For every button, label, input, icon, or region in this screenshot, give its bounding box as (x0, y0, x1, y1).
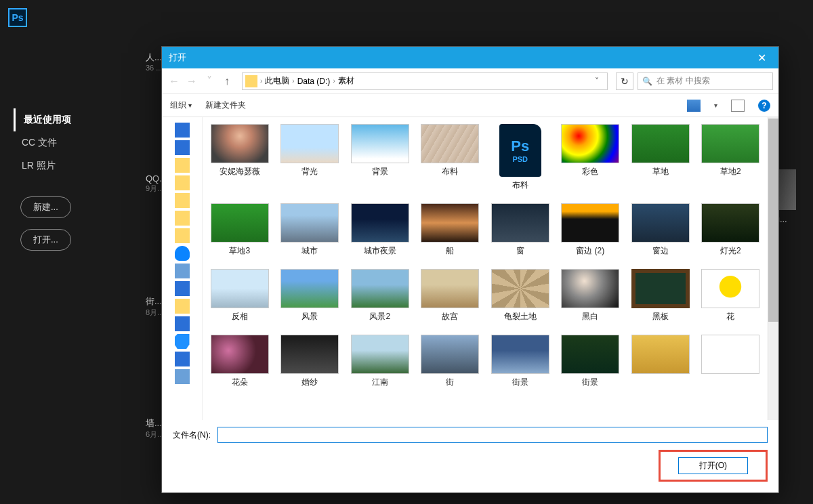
file-item[interactable]: 街 (417, 335, 484, 388)
nav-forward-icon[interactable]: → (185, 75, 199, 88)
app-logo-icon: Ps (8, 8, 27, 27)
file-item[interactable]: 故宫 (417, 269, 484, 322)
file-item[interactable]: 城市夜景 (347, 203, 413, 257)
file-item[interactable]: 风景2 (347, 269, 413, 322)
file-item[interactable]: 窗 (487, 203, 554, 257)
file-item[interactable]: 草地3 (207, 203, 273, 257)
tree-folder-icon[interactable] (175, 228, 190, 243)
tree-thispc-icon[interactable] (175, 264, 190, 278)
file-label: 背景 (372, 166, 388, 177)
file-item[interactable]: 城市 (277, 203, 343, 257)
file-thumbnail (561, 124, 619, 163)
breadcrumb[interactable]: › 此电脑 › Data (D:) › 素材 ˅ (242, 72, 608, 90)
tree-music-icon[interactable] (175, 334, 190, 349)
file-item[interactable]: 街景 (487, 335, 554, 388)
tree-downloads-icon[interactable] (175, 140, 190, 155)
file-label: 反相 (232, 311, 248, 322)
file-thumbnail: PsPSD (499, 124, 541, 177)
file-label: 花 (726, 311, 734, 322)
file-thumbnail (351, 203, 409, 243)
file-item[interactable]: 背光 (277, 124, 343, 191)
search-input[interactable]: 🔍 在 素材 中搜索 (638, 72, 773, 90)
file-item[interactable] (627, 335, 694, 388)
file-item[interactable]: 反相 (207, 269, 273, 322)
file-item[interactable]: 草地 (627, 124, 694, 191)
nav-back-icon[interactable]: ← (167, 75, 181, 88)
file-item[interactable]: 船 (417, 203, 484, 257)
file-label: 城市夜景 (364, 245, 396, 257)
file-label: 布料 (512, 180, 528, 191)
file-item[interactable]: 黑板 (627, 269, 694, 322)
file-thumbnail (631, 269, 690, 308)
preview-pane-icon[interactable] (731, 100, 745, 112)
tree-item-icon[interactable] (175, 352, 190, 366)
tree-folder-icon[interactable] (175, 175, 190, 190)
nav-recent[interactable]: 最近使用项 (14, 108, 95, 131)
file-item[interactable]: 花 (698, 269, 764, 322)
refresh-icon[interactable]: ↻ (616, 72, 633, 90)
ps-sidebar: 最近使用项 CC 文件 LR 照片 新建... 打开... (14, 108, 95, 256)
file-item[interactable]: 婚纱 (277, 335, 343, 388)
new-folder-button[interactable]: 新建文件夹 (205, 100, 246, 111)
nav-cc-files[interactable]: CC 文件 (14, 131, 95, 154)
open-button[interactable]: 打开... (20, 229, 71, 251)
tree-desktop-icon[interactable] (175, 123, 190, 138)
file-label: 窗 (516, 245, 524, 257)
file-item[interactable]: 黑白 (558, 269, 624, 322)
tree-item-icon[interactable] (175, 316, 190, 331)
help-icon[interactable]: ? (758, 100, 770, 112)
file-item[interactable]: 风景 (277, 269, 343, 322)
tree-folder-icon[interactable] (175, 158, 190, 173)
file-item[interactable]: 街景 (558, 335, 624, 388)
tree-folder-icon[interactable] (175, 211, 190, 226)
file-label: 龟裂土地 (504, 311, 537, 322)
chevron-down-icon[interactable]: ˅ (589, 77, 604, 86)
file-thumbnail (351, 335, 409, 374)
close-icon[interactable]: ✕ (752, 51, 772, 64)
file-thumbnail (421, 203, 479, 243)
tree-disk-icon[interactable] (175, 369, 190, 384)
dialog-title-text: 打开 (169, 51, 186, 64)
view-mode-icon[interactable] (687, 100, 701, 112)
new-button[interactable]: 新建... (20, 196, 71, 218)
file-item[interactable]: 彩色 (558, 124, 624, 191)
file-item[interactable]: 背景 (347, 124, 413, 191)
file-item[interactable]: 江南 (347, 335, 413, 388)
breadcrumb-item[interactable]: 此电脑 (265, 75, 289, 87)
breadcrumb-item[interactable]: 素材 (338, 75, 354, 87)
breadcrumb-item[interactable]: Data (D:) (297, 77, 331, 86)
tree-folder-icon[interactable] (175, 299, 190, 314)
file-item[interactable]: 花朵 (207, 335, 273, 388)
file-thumbnail (351, 269, 409, 308)
file-item[interactable]: 窗边 (2) (558, 203, 624, 257)
file-thumbnail (211, 335, 269, 374)
chevron-down-icon[interactable]: ▾ (714, 102, 717, 109)
dialog-navbar: ← → ˅ ↑ › 此电脑 › Data (D:) › 素材 ˅ ↻ 🔍 在 素… (162, 68, 778, 94)
folder-tree[interactable] (162, 117, 203, 420)
file-item[interactable] (698, 335, 764, 388)
file-item[interactable]: PsPSD布料 (487, 124, 554, 191)
tree-onedrive-icon[interactable] (175, 246, 190, 261)
file-item[interactable]: 草地2 (698, 124, 764, 191)
file-thumbnail (631, 335, 690, 374)
filename-input[interactable] (217, 427, 768, 443)
file-item[interactable]: 窗边 (627, 203, 694, 257)
file-label: 草地 (652, 166, 669, 177)
open-file-button[interactable]: 打开(O) (678, 457, 748, 474)
nav-lr-photos[interactable]: LR 照片 (14, 154, 95, 177)
file-thumbnail (211, 124, 269, 163)
file-item[interactable]: 灯光2 (698, 203, 764, 257)
file-label: 街景 (512, 377, 528, 388)
file-item[interactable]: 安妮海瑟薇 (207, 124, 273, 191)
tree-item-icon[interactable] (175, 281, 190, 296)
file-item[interactable]: 龟裂土地 (487, 269, 554, 322)
nav-recent-icon[interactable]: ˅ (203, 75, 216, 88)
file-label: 灯光2 (720, 245, 741, 257)
file-item[interactable]: 布料 (417, 124, 484, 191)
scrollbar-handle[interactable] (768, 119, 778, 322)
organize-menu[interactable]: 组织 ▾ (170, 100, 192, 111)
tree-folder-icon[interactable] (175, 193, 190, 208)
nav-up-icon[interactable]: ↑ (220, 75, 234, 88)
file-label: 窗边 (652, 245, 669, 257)
scrollbar[interactable] (768, 117, 778, 420)
